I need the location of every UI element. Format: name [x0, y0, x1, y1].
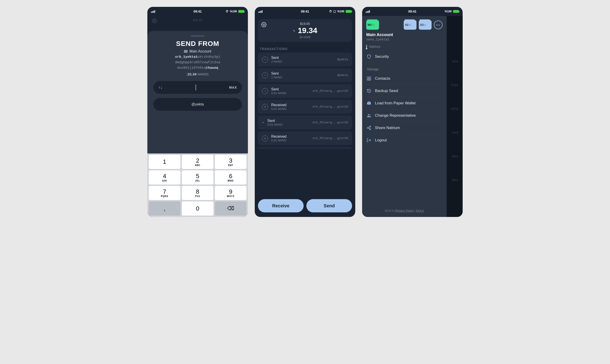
- key-0[interactable]: 0: [182, 201, 214, 216]
- transaction-row[interactable]: − Sent1 NANO @yekta: [258, 68, 352, 82]
- timer-icon: ⏱: [226, 10, 228, 13]
- transaction-row[interactable]: − Sent0.01 NANO xrb_3fcxerg...gcxrk9: [258, 116, 352, 130]
- section-manage: Manage: [367, 67, 443, 71]
- battery-percent: %100: [337, 10, 344, 13]
- battery-percent: %100: [445, 10, 452, 13]
- settings-item-share[interactable]: Share Natrium: [366, 122, 443, 134]
- max-button[interactable]: MAX: [229, 86, 237, 89]
- key-6[interactable]: 6MNO: [215, 170, 247, 184]
- received-icon: +: [262, 135, 268, 141]
- settings-gear-icon[interactable]: [261, 22, 267, 27]
- tx-address: xrb_3fcxerg...gcxrk9: [312, 137, 348, 140]
- source-address: xrb_1yekta1okrzh4hy3pj dmdghpp3ru557xxwf…: [153, 54, 242, 71]
- svg-line-11: [368, 127, 370, 127]
- settings-item-backup[interactable]: Backup Seed: [366, 85, 443, 97]
- sent-icon: −: [262, 72, 268, 78]
- sheet-handle[interactable]: [191, 35, 204, 37]
- settings-item-paperwallet[interactable]: Load from Paper Wallet: [366, 97, 443, 109]
- status-bar: 09:41 ⏱ %100: [147, 7, 248, 16]
- tx-address: xrb_3fcxerg...gcxrk9: [312, 89, 348, 93]
- sent-icon: −: [262, 57, 268, 63]
- account-switcher: MA⊂ A2⊂ A3⊂ ●●●: [366, 20, 443, 30]
- theme-row[interactable]: Natrium: [366, 43, 443, 51]
- transaction-row[interactable]: − Sent2 NANO @yekta: [258, 52, 352, 66]
- send-button[interactable]: Send: [306, 199, 352, 212]
- settings-item-label: Change Representative: [375, 113, 416, 118]
- share-icon: [366, 126, 372, 130]
- key-9[interactable]: 9WXYZ: [215, 186, 247, 200]
- numeric-keypad: 1 2ABC 3DEF 4GHI 5JKL 6MNO 7PQRS 8TUV 9W…: [147, 154, 248, 217]
- account-card-main[interactable]: MA⊂: [366, 20, 379, 30]
- people-icon: [366, 113, 372, 118]
- shield-icon: [366, 54, 372, 59]
- key-5[interactable]: 5JKL: [182, 170, 214, 184]
- account-more-button[interactable]: ●●●: [434, 21, 443, 29]
- settings-item-label: Backup Seed: [375, 89, 398, 93]
- theme-label: Natrium: [369, 45, 380, 48]
- settings-item-label: Logout: [375, 138, 387, 143]
- settings-drawer: MA⊂ A2⊂ A3⊂ ●●● Main Account nano_1yekta…: [362, 16, 447, 217]
- source-balance: (21.34 NANO): [153, 72, 242, 76]
- drawer-footer: v2.0.3 | Privacy Policy | EULA: [366, 207, 443, 215]
- transactions-label: TRANSACTIONS: [260, 47, 355, 51]
- recipient-value: @yekta: [191, 102, 204, 106]
- key-backspace[interactable]: ⌫: [215, 201, 247, 216]
- settings-item-label: Share Natrium: [375, 126, 400, 130]
- key-7[interactable]: 7PQRS: [149, 186, 181, 200]
- status-time: 09:41: [194, 10, 202, 13]
- svg-point-7: [370, 114, 370, 115]
- transaction-row[interactable]: + Received0.01 NANO xrb_3fcxerg...gcxrk9: [258, 131, 352, 145]
- bg-balance-dimmed: $20.93: [147, 16, 248, 24]
- mirror-icon: ▢: [333, 10, 336, 13]
- settings-item-changerep[interactable]: Change Representative: [366, 109, 443, 122]
- signal-icon: [258, 10, 263, 13]
- eula-link[interactable]: EULA: [416, 209, 424, 212]
- swap-currency-icon[interactable]: ↑↓: [158, 85, 162, 90]
- transaction-row[interactable]: − Sent0.01 NANO xrb_3fcxerg...gcxrk9: [258, 84, 352, 98]
- transaction-row-partial: [258, 147, 352, 149]
- svg-point-3: [369, 78, 370, 78]
- receive-button[interactable]: Receive: [258, 199, 304, 212]
- bg-button-partial: [449, 200, 460, 212]
- key-4[interactable]: 4GHI: [149, 170, 181, 184]
- received-icon: +: [262, 104, 268, 110]
- status-bar: 09:41 %100: [362, 7, 463, 16]
- key-8[interactable]: 8TUV: [182, 186, 214, 200]
- logout-icon: [366, 138, 372, 143]
- phone-settings: 09:41 %100 ions 31tm cb7q cord jlery jle…: [362, 7, 463, 217]
- settings-item-logout[interactable]: Logout: [366, 134, 443, 146]
- balance-usd: $19.05: [262, 22, 348, 26]
- tx-address: @yekta: [337, 74, 348, 77]
- phone-transactions: 09:41 ⏱ ▢ %100 $19.05 ∿ 19.34 ₿0.0048 TR…: [255, 7, 355, 217]
- balance-card: $19.05 ∿ 19.34 ₿0.0048: [258, 19, 352, 42]
- key-comma[interactable]: ,: [149, 201, 181, 216]
- action-buttons: Receive Send: [255, 195, 355, 217]
- settings-item-label: Security: [375, 54, 389, 59]
- active-account-name: Main Account: [366, 32, 443, 37]
- privacy-link[interactable]: Privacy Policy: [395, 209, 414, 212]
- svg-point-10: [370, 129, 371, 130]
- key-1[interactable]: 1: [149, 155, 181, 169]
- thermometer-icon: [366, 45, 367, 48]
- version-label: v2.0.3: [385, 209, 393, 212]
- settings-item-contacts[interactable]: Contacts: [366, 72, 443, 85]
- balance-nano: 19.34: [298, 26, 317, 35]
- key-3[interactable]: 3DEF: [215, 155, 247, 169]
- svg-point-6: [368, 114, 369, 115]
- key-2[interactable]: 2ABC: [182, 155, 214, 169]
- source-account[interactable]: Main Account: [153, 49, 242, 53]
- amount-field[interactable]: [166, 84, 226, 91]
- svg-point-8: [370, 126, 371, 127]
- signal-icon: [366, 10, 370, 13]
- settings-item-security[interactable]: Security: [366, 51, 443, 63]
- source-account-label: Main Account: [189, 49, 211, 53]
- account-card-a3[interactable]: A3⊂: [419, 20, 432, 30]
- recipient-field[interactable]: @yekta: [153, 98, 242, 111]
- nano-logo-icon: ∿: [293, 29, 295, 32]
- transaction-row[interactable]: + Received0.01 NANO xrb_3fcxerg...gcxrk9: [258, 100, 352, 114]
- transactions-list[interactable]: − Sent2 NANO @yekta − Sent1 NANO @yekta …: [255, 52, 355, 195]
- settings-item-label: Contacts: [375, 76, 390, 81]
- tx-address: @yekta: [337, 58, 348, 61]
- account-card-a2[interactable]: A2⊂: [404, 20, 416, 30]
- amount-input[interactable]: ↑↓ MAX: [153, 81, 242, 94]
